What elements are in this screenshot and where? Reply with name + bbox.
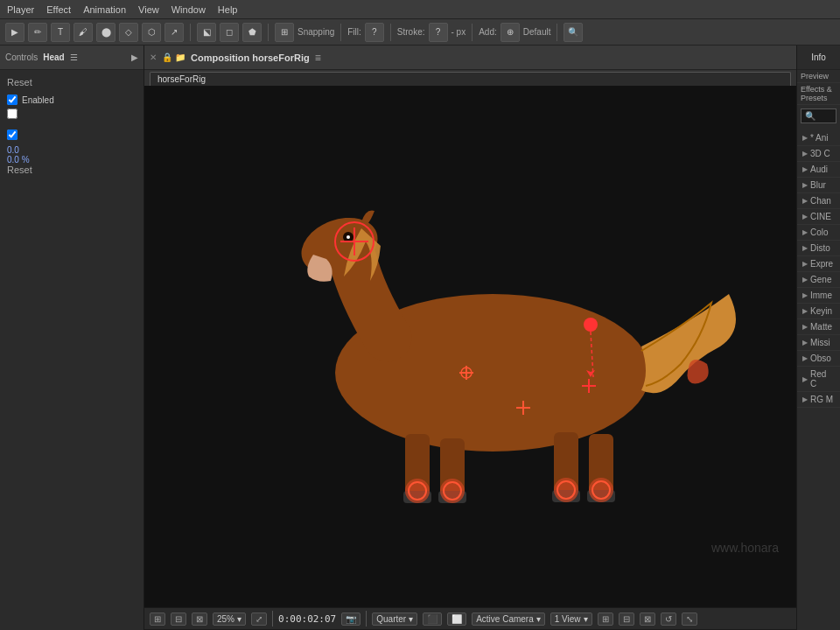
tool-star[interactable]: ⬟ [242,23,262,42]
enabled-checkbox[interactable] [7,94,18,105]
vp-refresh-btn[interactable]: ↺ [661,612,676,626]
left-content: Reset Enabled 0.0 0.0 % Reset [0,70,144,630]
effect-item-15[interactable]: ▶Red C [797,367,840,392]
value-2[interactable]: 0.0 % [7,155,136,164]
left-panel: Controls Head ☰ ▶ Reset Enabled 0.0 0.0 … [0,46,144,630]
stroke-swatch[interactable]: ? [429,23,448,42]
effect-item-7[interactable]: ▶Disto [797,241,840,256]
snapping-btn[interactable]: ⊞ [275,23,294,42]
vp-overflow-btn[interactable]: ⬜ [447,612,466,626]
tool-pen[interactable]: ✏ [28,23,47,42]
effect-item-9[interactable]: ▶Gene [797,272,840,288]
effect-item-3[interactable]: ▶Blur [797,178,840,193]
tool-select[interactable]: ▶ [5,23,24,42]
search-btn[interactable]: 🔍 [564,23,583,42]
viewport[interactable]: www.honara [144,86,796,607]
effect-item-2[interactable]: ▶Audi [797,162,840,178]
value-checkbox[interactable] [7,130,18,140]
value-1[interactable]: 0.0 [7,145,136,155]
vp-resolution-btn[interactable]: ⊞ [150,612,165,626]
tool-puppet[interactable]: ⬡ [142,23,161,42]
view-dropdown[interactable]: 1 View ▾ [550,612,592,626]
info-tab[interactable]: Info [811,52,826,62]
tool-type[interactable]: T [51,23,70,42]
vp-sep-2 [366,611,367,626]
comp-menu-btn[interactable]: ≡ [315,52,321,64]
effect-item-6[interactable]: ▶Colo [797,225,840,241]
fill-swatch[interactable]: ? [365,23,384,42]
extra-checkbox[interactable] [7,108,18,119]
right-panel-header: Info [797,46,840,70]
comp-close-btn[interactable]: ✕ [150,52,157,62]
horse-svg [186,189,755,504]
menu-effect[interactable]: Effect [46,4,71,15]
vp-camera-btn[interactable]: 📷 [341,612,360,626]
reset-btn-2[interactable]: Reset [7,164,32,175]
right-panel: Info Preview Effects & Presets ▶* Ani▶3D… [796,46,840,630]
reset-btn-1[interactable]: Reset [7,77,32,88]
effects-panel: ▶* Ani▶3D C▶Audi▶Blur▶Chan▶CINE▶Colo▶Dis… [797,127,840,630]
effect-item-10[interactable]: ▶Imme [797,288,840,304]
separator-2 [268,24,269,41]
effect-item-11[interactable]: ▶Keyin [797,304,840,319]
preview-label: Preview [797,70,840,83]
horse-container [144,86,796,607]
effect-item-16[interactable]: ▶RG M [797,392,840,408]
quality-dropdown[interactable]: Quarter ▾ [372,612,417,626]
tool-mask[interactable]: ⬕ [197,23,216,42]
controls-expand[interactable]: ▶ [131,52,138,62]
comp-lock-icon: 🔒 [162,52,172,62]
tool-extra[interactable]: ↗ [164,23,184,42]
separator-3 [340,24,341,41]
tool-brush[interactable]: 🖌 [74,23,93,42]
vp-channels-btn[interactable]: ⬛ [423,612,442,626]
vp-expand-btn[interactable]: ⤡ [682,612,697,626]
menu-help[interactable]: Help [218,4,238,15]
tab-horseForRig[interactable]: horseForRig [150,72,791,86]
svg-point-3 [346,235,350,239]
default-label: Default [523,27,551,37]
enabled-label: Enabled [22,95,54,105]
vp-grid-btn[interactable]: ⊞ [598,612,613,626]
comp-folder-icon: 📁 [175,52,186,62]
toolbar: ▶ ✏ T 🖌 ⬤ ◇ ⬡ ↗ ⬕ ◻ ⬟ ⊞ Snapping Fill: ?… [0,19,840,46]
menu-player[interactable]: Player [7,4,34,15]
tool-fill2[interactable]: ⬤ [96,23,116,42]
vp-transparency-btn[interactable]: ⊠ [192,612,207,626]
tool-shape[interactable]: ◇ [119,23,138,42]
separator-6 [556,24,557,41]
effect-item-14[interactable]: ▶Obso [797,351,840,367]
separator-1 [190,24,191,41]
vp-fit-btn[interactable]: ⤢ [251,612,267,626]
fill-label: Fill: [347,27,361,37]
controls-header: Controls Head ☰ ▶ [0,46,144,70]
menu-view[interactable]: View [138,4,159,15]
add-label: Add: [479,27,497,37]
value-checkbox-row [7,130,136,140]
tab-bar: horseForRig [144,70,796,86]
menu-window[interactable]: Window [172,4,206,15]
add-btn[interactable]: ⊕ [500,23,520,42]
effect-item-12[interactable]: ▶Matte [797,319,840,335]
vp-region-btn[interactable]: ⊟ [171,612,186,626]
separator-5 [472,24,472,41]
stroke-label: Stroke: [397,27,425,37]
comp-header: ✕ 🔒 📁 Composition horseForRig ≡ [144,46,796,70]
controls-arrow[interactable]: ☰ [70,52,78,62]
effects-search-input[interactable] [801,108,836,123]
zoom-dropdown[interactable]: 25% ▾ [213,612,246,626]
effect-item-13[interactable]: ▶Missi [797,335,840,351]
separator-4 [390,24,391,41]
effect-item-5[interactable]: ▶CINE [797,209,840,225]
comp-icons: 🔒 📁 [162,52,186,62]
effect-item-0[interactable]: ▶* Ani [797,130,840,146]
controls-value: Head [43,52,64,62]
vp-rulers-btn[interactable]: ⊠ [640,612,655,626]
effect-item-1[interactable]: ▶3D C [797,146,840,162]
menu-animation[interactable]: Animation [83,4,126,15]
camera-dropdown[interactable]: Active Camera ▾ [472,612,545,626]
tool-shape2[interactable]: ◻ [220,23,239,42]
vp-safe-btn[interactable]: ⊟ [619,612,634,626]
effect-item-8[interactable]: ▶Expre [797,256,840,272]
effect-item-4[interactable]: ▶Chan [797,193,840,209]
